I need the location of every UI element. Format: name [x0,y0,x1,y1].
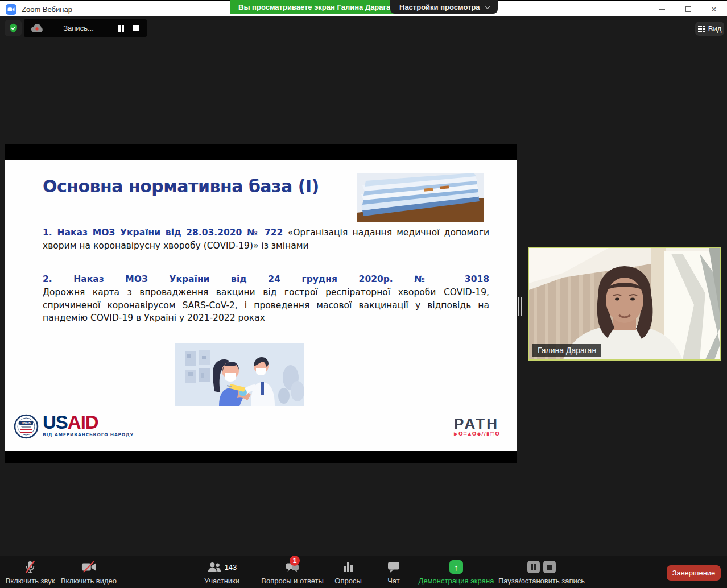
shared-screen: Основна нормативна база (I) 1. Наказ МОЗ… [5,144,517,463]
shield-check-icon [9,23,18,33]
participants-button[interactable]: 143 Участники [196,560,247,585]
participants-count: 143 [225,563,237,572]
slide-title: Основна нормативна база (I) [43,176,319,196]
video-off-icon [81,561,96,573]
pause-recording-button[interactable] [114,21,129,36]
qa-badge: 1 [290,556,300,566]
documents-stack-image [357,173,484,222]
chat-bubble-icon [387,561,400,573]
zoom-webinar-window: Zoom Вебинар ✕ Вы просматриваете экран Г… [0,0,727,588]
unmute-button[interactable]: Включить звук [5,560,56,585]
qa-button[interactable]: 1 Вопросы и ответы [262,560,323,585]
zoom-app-icon [6,4,16,15]
usaid-logo: USAID USAID ВІД АМЕРИКАНСЬКОГО НАРОДУ [14,414,134,439]
record-controls: Пауза/остановить запись [499,560,584,585]
polls-icon [342,561,354,573]
usaid-wordmark: USAID [43,414,134,431]
speaker-name-label: Галина Дараган [532,344,601,357]
recording-status: Запись... [43,24,114,32]
grid-view-icon [698,26,705,32]
share-screen-button[interactable]: ↑ Демонстрация экрана [419,560,493,585]
path-logo: PATH ▶O∷▲O◆∕∕▮□O [454,417,500,437]
close-button[interactable]: ✕ [705,3,722,15]
usaid-tagline: ВІД АМЕРИКАНСЬКОГО НАРОДУ [43,432,134,437]
security-shield-button[interactable] [5,20,22,36]
presentation-slide: Основна нормативна база (I) 1. Наказ МОЗ… [5,160,517,451]
share-screen-icon: ↑ [449,560,463,574]
path-symbols-icon: ▶O∷▲O◆∕∕▮□O [454,431,500,437]
polls-button[interactable]: Опросы [330,560,366,585]
speaker-video-feed [529,248,720,359]
start-video-button[interactable]: Включить видео [61,560,116,585]
mic-muted-icon [24,560,36,574]
usaid-seal-icon: USAID [14,414,39,439]
minimize-button[interactable] [653,3,670,15]
order-1-reference: 1. Наказ МОЗ України від 28.03.2020 № 72… [43,227,283,238]
cloud-recording-icon [31,24,43,33]
window-title: Zoom Вебинар [22,5,72,14]
recording-indicator: Запись... [24,19,147,37]
order-2-title: Дорожня карта з впровадження вакцини від… [43,286,489,325]
maximize-button[interactable] [680,3,697,15]
view-settings-button[interactable]: Настройки просмотра [390,0,498,14]
slide-paragraph-1: 1. Наказ МОЗ України від 28.03.2020 № 72… [43,226,489,252]
panel-resize-handle[interactable] [518,297,523,316]
stop-recording-toolbar-button[interactable] [543,561,556,573]
end-webinar-button[interactable]: Завершение [667,565,721,581]
chat-button[interactable]: Чат [380,560,407,585]
view-button-label: Вид [708,24,722,33]
pause-recording-toolbar-button[interactable] [527,561,540,573]
order-2-reference: 2. Наказ МОЗ України від 24 грудня 2020р… [43,273,489,286]
chevron-down-icon [485,3,490,9]
view-button[interactable]: Вид [695,22,724,36]
participants-icon [207,561,222,573]
speaker-video-tile[interactable]: Галина Дараган [528,247,721,361]
svg-text:USAID: USAID [22,421,31,425]
webinar-toolbar: Включить звук Включить видео [0,556,727,588]
view-settings-label: Настройки просмотра [399,3,480,11]
viewing-banner: Вы просматриваете экран Галина Дараган [230,0,403,14]
path-wordmark: PATH [454,417,500,430]
vaccination-illustration [175,343,304,406]
stop-recording-button[interactable] [129,21,143,36]
